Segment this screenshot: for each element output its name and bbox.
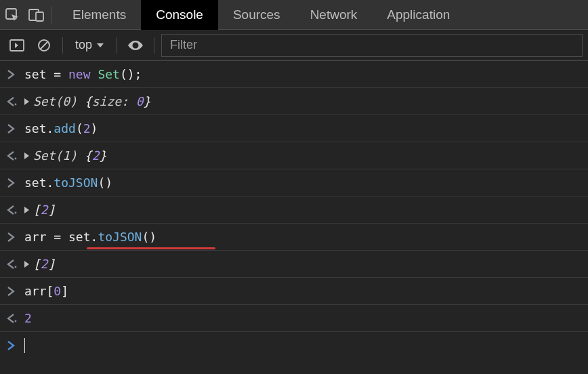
console-output-row[interactable]: [2] [0,251,588,278]
output-chevron-icon [7,97,24,106]
sidebar-toggle-icon[interactable] [5,34,28,57]
row-content: Set(1) {2} [24,148,106,163]
device-toggle-icon[interactable] [24,0,49,30]
token-paren: () [120,67,135,81]
output-chevron-icon [7,151,24,161]
console-output-row[interactable]: [2] [0,196,588,224]
token-repr: Set(0) [33,94,85,108]
token-brace: [ [33,257,41,271]
disclosure-triangle-icon[interactable] [24,261,29,268]
row-content: 2 [24,311,32,325]
toolbar-divider [154,37,154,54]
row-content: Set(0) {size: 0} [24,94,150,108]
disclosure-triangle-icon[interactable] [24,207,29,213]
error-underline [87,247,215,249]
console-output[interactable]: set = new Set();Set(0) {size: 0}set.add(… [0,61,588,359]
token-id: set [24,121,47,136]
tab-console[interactable]: Console [141,0,218,30]
toolbar-divider [62,37,63,54]
token-method: toJSON [54,175,98,190]
token-op: . [47,121,54,136]
row-content: set.toJSON() [24,175,112,190]
output-chevron-icon [7,314,24,323]
console-input-row[interactable]: set.add(2) [0,115,588,142]
console-input-row[interactable]: set.toJSON() [0,169,588,196]
svg-line-5 [41,41,48,49]
svg-point-10 [15,266,17,268]
live-expression-icon[interactable] [124,34,147,57]
row-content: arr = set.toJSON() [24,230,156,244]
console-output-row[interactable]: Set(1) {2} [0,142,588,169]
token-id: set [24,67,47,81]
token-id: arr [24,230,47,244]
row-content: set = new Set(); [24,67,142,81]
tab-sources[interactable]: Sources [218,0,295,30]
row-content: [2] [24,203,56,217]
text-cursor [24,338,25,353]
token-brace: { [85,148,92,163]
token-paren: [ [47,284,54,298]
token-repr: size: [92,94,136,108]
token-op: . [91,230,98,244]
token-op: = [47,67,69,81]
row-content: [2] [24,257,56,271]
token-paren: ) [91,121,98,136]
execution-context-selector[interactable]: top [70,38,110,52]
inspect-icon[interactable] [0,0,24,30]
token-kw: new [68,67,91,81]
console-input-row[interactable]: set = new Set(); [0,61,588,88]
row-content: arr[0] [24,284,68,298]
token-method: add [54,121,76,136]
token-num: 2 [41,257,48,271]
token-brace: { [85,94,92,108]
token-num: 2 [41,203,48,217]
svg-point-11 [15,320,17,322]
token-num: 2 [83,121,91,136]
token-op [91,67,98,81]
console-prompt-row[interactable] [0,332,588,359]
svg-point-8 [15,157,17,159]
token-op: . [47,175,54,190]
prompt-chevron-icon [7,341,24,350]
token-num: 2 [92,148,100,163]
toolbar-divider [117,37,117,54]
input-chevron-icon [7,70,24,79]
token-op: ; [135,67,142,81]
disclosure-triangle-icon[interactable] [24,98,29,105]
console-input-row[interactable]: arr = set.toJSON() [0,224,588,251]
token-id: set [24,175,47,190]
toolbar-divider [51,6,52,24]
tab-application[interactable]: Application [372,0,465,30]
input-chevron-icon [7,232,24,242]
token-paren: ] [61,284,68,298]
token-paren: () [98,175,112,190]
input-chevron-icon [7,287,24,296]
svg-point-9 [15,211,17,213]
token-brace: [ [33,203,41,217]
token-num: 2 [24,311,32,325]
token-type: Set [98,67,120,81]
context-label: top [75,38,92,52]
chevron-down-icon [96,42,104,49]
input-chevron-icon [7,178,24,188]
filter-input[interactable] [161,34,583,57]
row-content [24,338,25,353]
console-output-row[interactable]: Set(0) {size: 0} [0,88,588,115]
token-brace: } [144,94,151,108]
clear-console-icon[interactable] [33,34,56,57]
devtools-tab-bar: Elements Console Sources Network Applica… [0,0,588,30]
console-input-row[interactable]: arr[0] [0,278,588,305]
svg-rect-2 [36,12,43,21]
tab-elements[interactable]: Elements [58,0,141,30]
disclosure-triangle-icon[interactable] [24,152,29,159]
token-op: = [47,230,69,244]
console-output-row[interactable]: 2 [0,305,588,332]
token-id: arr [24,284,47,298]
token-num: 0 [136,94,144,108]
console-toolbar: top [0,30,588,61]
token-paren: () [142,230,156,244]
output-chevron-icon [7,259,24,269]
tab-network[interactable]: Network [295,0,373,30]
input-chevron-icon [7,124,24,133]
token-brace: } [100,148,107,163]
